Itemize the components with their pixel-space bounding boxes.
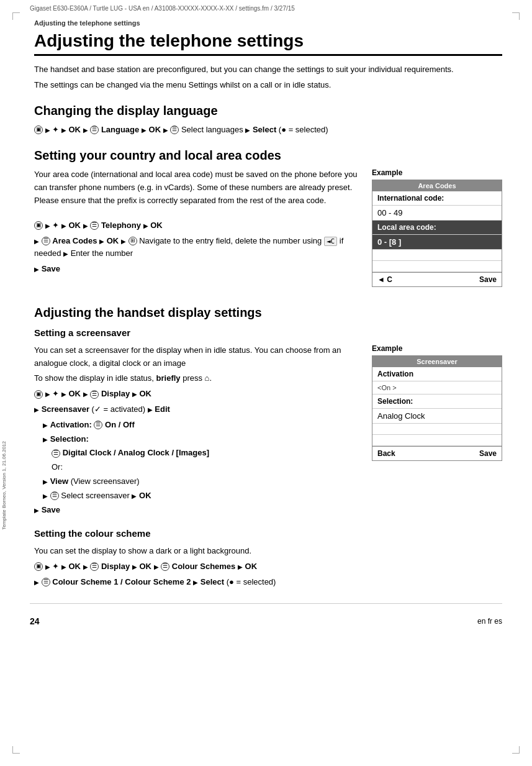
crop-mark-br (512, 746, 520, 754)
local-area-value: 0 - [8 ] (372, 235, 502, 250)
footer-right: Save (479, 275, 497, 284)
screensaver-header: Screensaver (372, 356, 502, 367)
page-title: Adjusting the telephone settings (34, 30, 502, 56)
screensaver-empty1 (372, 424, 502, 435)
section1-heading: Changing the display language (34, 103, 502, 119)
section2-phone-box: Area Codes International code: 00 - 49 L… (372, 180, 502, 287)
area-codes-footer: ◄ C Save (372, 272, 502, 286)
section4-instr3: ▶ Save (34, 504, 359, 517)
nav-icon-menu1: ☰ (90, 125, 99, 134)
section4-example-label: Example (372, 344, 502, 353)
side-template-label: Template Borneo, Version 1, 21.06.2012 (1, 441, 7, 530)
nav-icon-menu8: ☰ (50, 491, 59, 500)
nav-icon-home2: ▣ (34, 221, 43, 230)
selection-value: Analog Clock (372, 409, 502, 424)
nav-icon-menu5: ☰ (90, 390, 99, 399)
nav-icon-star4: ✦ (52, 562, 59, 571)
section4-sub1: ▶ Activation: ☰ On / Off (43, 419, 359, 432)
area-codes-header: Area Codes (372, 180, 502, 191)
nav-icon-home4: ▣ (34, 562, 43, 571)
page-wrapper: Template Borneo, Version 1, 21.06.2012 G… (0, 0, 532, 766)
screensaver-footer-right: Save (479, 449, 497, 458)
section2-instr3: ▶ Save (34, 263, 359, 276)
page-lang: en fr es (477, 617, 502, 626)
section4-phone-box: Screensaver Activation <On > Selection: … (372, 355, 502, 461)
section1-instruction: ▣ ▶ ✦ ▶ OK ▶ ☰ Language ▶ OK ▶ ☰ Select … (34, 124, 502, 137)
page-number: 24 (30, 616, 40, 626)
section5-instr1: ▣ ▶ ✦ ▶ OK ▶ ☰ Display ▶ OK ▶ ☰ Colour S… (34, 560, 502, 573)
crop-mark-tr (512, 12, 520, 20)
page-footer: 24 en fr es (0, 610, 532, 632)
page-divider (30, 603, 502, 604)
selection-label: Selection: (372, 394, 502, 409)
crop-mark-tl (12, 12, 20, 20)
local-area-label: Local area code: (372, 221, 502, 235)
section4-intro: You can set a screensaver for the displa… (34, 344, 359, 370)
screensaver-footer-left: Back (377, 449, 395, 458)
nav-icon-star3: ✦ (52, 389, 59, 398)
breadcrumb: Adjusting the telephone settings (34, 19, 502, 27)
home-icon: ⌂ (205, 373, 210, 383)
intro-line2: The settings can be changed via the menu… (34, 79, 502, 91)
section2-heading: Setting your country and local area code… (34, 147, 502, 163)
nav-icon-menu11: ☰ (42, 578, 50, 586)
nav-icon-menu9: ☰ (90, 562, 99, 571)
section2-body: Your area code (international and local … (34, 168, 359, 207)
nav-icon-star: ✦ (52, 125, 59, 134)
activation-value: <On > (372, 381, 502, 394)
intl-code-value: 00 - 49 (372, 206, 502, 221)
phone-box-empty1 (372, 250, 502, 261)
section5-heading: Setting the colour scheme (34, 527, 502, 540)
section2-instr2: ▶ ☰ Area Codes ▶ OK ▶ ⊞ Navigate to the … (34, 235, 359, 261)
section4-sub5: ▶ ☰ Select screensaver ▶ OK (43, 490, 359, 503)
screensaver-footer: Back Save (372, 446, 502, 460)
nav-icon-menu6: ☰ (94, 421, 102, 429)
nav-icon-menu10: ☰ (161, 562, 169, 571)
nav-icon-menu2: ☰ (170, 125, 179, 134)
intl-code-label: International code: (372, 191, 502, 206)
section4-text-col: You can set a screensaver for the displa… (34, 344, 359, 519)
section2-text-col: Your area code (international and local … (34, 168, 359, 278)
section4-heading: Setting a screensaver (34, 327, 502, 339)
nav-icon-star2: ✦ (52, 221, 59, 230)
content-area: Adjusting the telephone settings Adjusti… (0, 14, 532, 603)
section2-example-col: Example Area Codes International code: 0… (372, 168, 502, 287)
activation-label: Activation (372, 367, 502, 381)
screensaver-empty2 (372, 435, 502, 446)
section2-two-col: Your area code (international and local … (34, 168, 502, 287)
nav-icon-menu4: ☰ (42, 237, 50, 245)
section4-two-col: You can set a screensaver for the displa… (34, 344, 502, 519)
section5-instr2: ▶ ☰ Colour Scheme 1 / Colour Scheme 2 ▶ … (34, 576, 502, 589)
section2-example-label: Example (372, 168, 502, 177)
nav-icon-home3: ▣ (34, 390, 43, 399)
section4-sub2: ▶ Selection: (43, 433, 359, 446)
section4-example-col: Example Screensaver Activation <On > Sel… (372, 344, 502, 461)
phone-box-empty2 (372, 261, 502, 272)
section4-instr1: ▣ ▶ ✦ ▶ OK ▶ ☰ Display ▶ OK (34, 388, 359, 401)
backspace-icon: ◄C (324, 237, 337, 246)
footer-left: ◄ C (377, 275, 392, 284)
section4-instr2: ▶ Screensaver (✓ = activated) ▶ Edit (34, 403, 359, 416)
nav-icon-home: ▣ (34, 125, 43, 134)
meta-bar: Gigaset E630-E360A / Turtle LUG - USA en… (0, 0, 532, 14)
section5-intro: You can set the display to show a dark o… (34, 545, 502, 558)
section3-heading: Adjusting the handset display settings (34, 304, 502, 321)
section4-brief: To show the display in idle status, brie… (34, 372, 359, 385)
section4-or: Or: (52, 461, 359, 474)
nav-icon-menu7: ☰ (52, 449, 60, 458)
nav-icon-nav: ⊞ (128, 237, 137, 245)
section4-sub4: ▶ View (View screensaver) (43, 475, 359, 488)
crop-mark-bl (12, 746, 20, 754)
intro-line1: The handset and base station are preconf… (34, 63, 502, 76)
nav-icon-menu3: ☰ (90, 221, 99, 230)
section4-sub3: ☰ Digital Clock / Analog Clock / [Images… (52, 447, 359, 460)
section2-instr1: ▣ ▶ ✦ ▶ OK ▶ ☰ Telephony ▶ OK (34, 219, 359, 232)
